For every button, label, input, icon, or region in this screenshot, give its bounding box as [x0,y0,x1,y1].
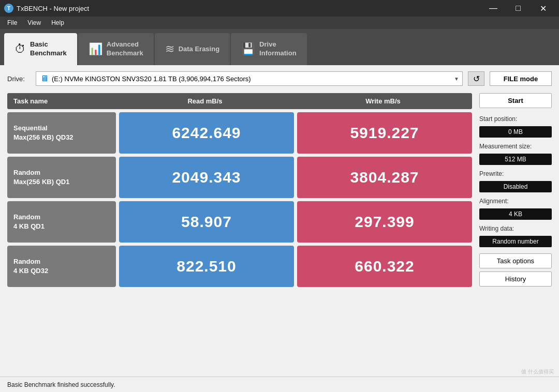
task-options-button[interactable]: Task options [479,253,552,268]
prewrite-label: Prewrite: [479,170,552,177]
tab-drive-information-label: DriveInformation [259,40,297,58]
drive-label: Drive: [7,75,31,83]
task-3: Random4 KB QD32 [7,246,116,287]
window-controls: — □ ✕ [481,0,555,17]
advanced-benchmark-icon: 📊 [89,43,102,55]
write-2: 297.399 [297,201,472,243]
col-read-label: Read mB/s [116,93,294,109]
writing-data-label: Writing data: [479,225,552,232]
right-panel: Start Start position: 0 MB Measurement s… [479,93,552,290]
read-2: 58.907 [119,201,294,243]
benchmark-area: Task name Read mB/s Write mB/s Sequentia… [7,93,552,290]
task-0: SequentialMax(256 KB) QD32 [7,112,116,154]
start-button[interactable]: Start [479,93,552,108]
drive-row: Drive: 🖥 (E:) NVMe KINGSTON SNV3S20 1.81… [7,71,552,86]
menu-view[interactable]: View [22,18,46,27]
menu-file[interactable]: File [2,18,22,27]
tab-basic-benchmark-label: BasicBenchmark [30,40,67,58]
read-1: 2049.343 [119,157,294,198]
status-bar: Basic Benchmark finished successfully. [0,376,559,392]
alignment-value: 4 KB [479,208,552,220]
status-message: Basic Benchmark finished successfully. [7,381,115,388]
drive-chevron-icon: ▼ [454,76,459,82]
drive-information-icon: 💾 [241,43,255,55]
bench-row-2: Random4 KB QD1 58.907 297.399 [7,201,472,243]
drive-refresh-button[interactable]: ↺ [468,71,484,86]
maximize-button[interactable]: □ [506,0,530,17]
data-erasing-icon: ≋ [165,43,174,55]
tab-data-erasing[interactable]: ≋ Data Erasing [155,33,230,65]
app-title: TxBENCH - New project [17,5,89,12]
start-position-label: Start position: [479,115,552,123]
bench-row-0: SequentialMax(256 KB) QD32 6242.649 5919… [7,112,472,154]
read-0: 6242.649 [119,112,294,154]
measurement-size-value: 512 MB [479,154,552,165]
prewrite-value: Disabled [479,181,552,192]
benchmark-table: Task name Read mB/s Write mB/s Sequentia… [7,93,472,290]
menu-help[interactable]: Help [46,18,69,27]
write-3: 660.322 [297,246,472,287]
main-content: Drive: 🖥 (E:) NVMe KINGSTON SNV3S20 1.81… [0,65,559,376]
app-icon: T [4,4,13,13]
tab-basic-benchmark[interactable]: ⏱ BasicBenchmark [4,33,77,65]
basic-benchmark-icon: ⏱ [14,43,26,55]
write-1: 3804.287 [297,157,472,198]
drive-select[interactable]: 🖥 (E:) NVMe KINGSTON SNV3S20 1.81 TB (3,… [36,71,463,86]
tab-data-erasing-label: Data Erasing [179,45,219,54]
col-task-name: Task name [7,93,116,109]
table-header: Task name Read mB/s Write mB/s [7,93,472,109]
drive-select-icon: 🖥 [40,74,49,83]
watermark: 值 什么值得买 [521,368,554,375]
write-0: 5919.227 [297,112,472,154]
col-write-label: Write mB/s [294,93,472,109]
measurement-size-label: Measurement size: [479,143,552,150]
start-position-value: 0 MB [479,126,552,138]
tab-advanced-benchmark[interactable]: 📊 AdvancedBenchmark [78,33,154,65]
tab-bar: ⏱ BasicBenchmark 📊 AdvancedBenchmark ≋ D… [0,29,559,65]
history-button[interactable]: History [479,272,552,287]
task-2: Random4 KB QD1 [7,201,116,243]
bench-row-1: RandomMax(256 KB) QD1 2049.343 3804.287 [7,157,472,198]
tab-advanced-benchmark-label: AdvancedBenchmark [107,40,143,58]
tab-drive-information[interactable]: 💾 DriveInformation [231,33,307,65]
read-3: 822.510 [119,246,294,287]
menu-bar: File View Help [0,17,559,29]
file-mode-button[interactable]: FILE mode [490,71,552,86]
minimize-button[interactable]: — [481,0,505,17]
task-1: RandomMax(256 KB) QD1 [7,157,116,198]
alignment-label: Alignment: [479,198,552,205]
title-bar: T TxBENCH - New project — □ ✕ [0,0,559,17]
drive-select-value: (E:) NVMe KINGSTON SNV3S20 1.81 TB (3,90… [52,75,251,83]
writing-data-value: Random number [479,236,552,247]
bench-row-3: Random4 KB QD32 822.510 660.322 [7,246,472,287]
close-button[interactable]: ✕ [531,0,555,17]
